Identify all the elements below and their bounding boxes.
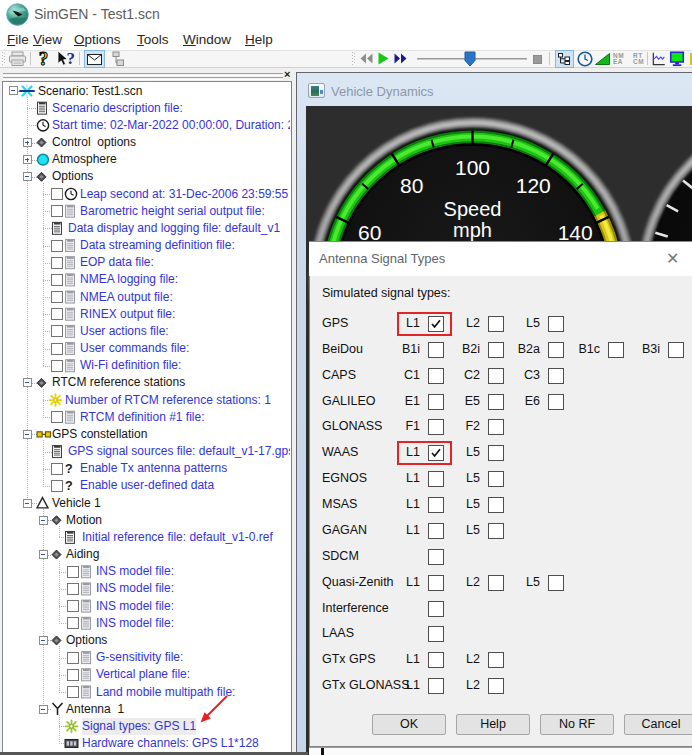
- svg-text:80: 80: [400, 174, 423, 197]
- svg-text:?: ?: [65, 462, 73, 476]
- svg-text:?: ?: [67, 50, 76, 67]
- svg-text:?: ?: [65, 479, 73, 493]
- svg-text:100: 100: [455, 156, 490, 179]
- svg-text:mph: mph: [453, 219, 492, 241]
- svg-text:Speed: Speed: [444, 198, 502, 220]
- svg-text:120: 120: [516, 174, 551, 197]
- svg-text:?: ?: [39, 50, 49, 67]
